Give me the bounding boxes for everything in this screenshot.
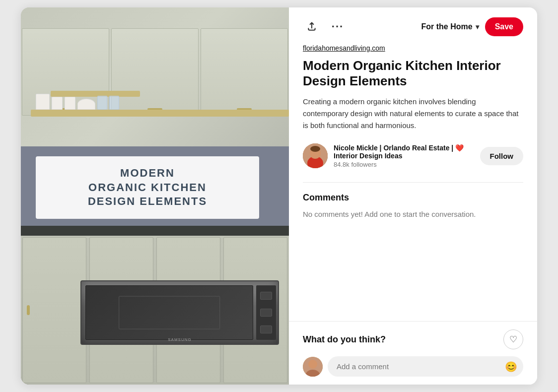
divider [303,182,523,183]
save-button[interactable]: Save [485,17,523,36]
board-name: For the Home [421,22,473,31]
commenter-avatar [303,357,323,377]
svg-point-6 [308,360,317,369]
author-info: Nicole Mickle | Orlando Real Estate | ❤️… [334,144,474,168]
comments-section: Comments No comments yet! Add one to sta… [303,193,523,218]
more-options-button[interactable]: ··· [329,18,347,36]
what-think-label: What do you think? [303,334,386,345]
cabinet-door [201,28,288,116]
author-row: Nicole Mickle | Orlando Real Estate | ❤️… [303,143,523,168]
counter [21,226,289,236]
microwave-panel [256,285,276,340]
share-icon [307,22,317,32]
toolbar-right: For the Home ▾ Save [421,17,524,36]
main-shelf [31,110,289,117]
lower-door [22,237,86,383]
comment-input[interactable] [328,356,523,377]
comment-section-bottom: What do you think? ♡ 😊 [289,321,537,385]
avatar-image [303,143,328,168]
heart-icon: ♡ [509,334,517,345]
title-overlay: MODERN ORGANIC KITCHEN DESIGN ELEMENTS [36,156,259,219]
board-selector[interactable]: For the Home ▾ [421,22,479,31]
plate-small [52,97,63,110]
emoji-icon: 😊 [505,361,517,372]
heart-button[interactable]: ♡ [503,329,523,349]
emoji-button[interactable]: 😊 [505,361,517,373]
comments-title: Comments [303,193,523,203]
glass [97,96,107,110]
microwave: SAMSUNG [80,280,279,345]
plate-small [65,97,75,110]
overlay-text: MODERN ORGANIC KITCHEN DESIGN ELEMENTS [48,166,247,209]
bowl [77,99,95,110]
commenter-avatar-svg [303,357,323,377]
author-name: Nicole Mickle | Orlando Real Estate | ❤️… [334,144,474,160]
toolbar: ··· For the Home ▾ Save [303,17,523,36]
glass [109,96,119,110]
source-link[interactable]: floridahomesandliving.com [303,44,523,52]
follow-button[interactable]: Follow [480,147,524,165]
comment-input-row: 😊 [303,356,523,377]
comment-input-wrapper: 😊 [328,356,523,377]
pin-title: Modern Organic Kitchen Interior Design E… [303,58,523,89]
info-top: ··· For the Home ▾ Save floridahomesandl… [289,7,537,321]
brand-text: SAMSUNG [168,337,191,342]
microwave-button [260,292,272,300]
pin-card: SAMSUNG MODERN ORGANIC KITCHEN DESIGN EL… [21,7,537,385]
avatar-svg [303,143,328,168]
no-comments-message: No comments yet! Add one to start the co… [303,210,523,218]
toolbar-left: ··· [303,18,347,36]
upper-cabinet-area [21,7,289,146]
microwave-button [260,309,272,317]
pin-description: Creating a modern organic kitchen involv… [303,96,523,131]
svg-point-4 [310,146,320,152]
image-panel: SAMSUNG MODERN ORGANIC KITCHEN DESIGN EL… [21,7,289,385]
author-avatar [303,143,328,168]
chevron-down-icon: ▾ [476,23,479,31]
microwave-door [85,285,253,340]
info-panel: ··· For the Home ▾ Save floridahomesandl… [289,7,537,385]
share-button[interactable] [303,18,321,36]
what-think-row: What do you think? ♡ [303,329,523,349]
shelf-items [36,94,119,110]
author-followers: 84.8k followers [334,161,474,168]
more-options-icon: ··· [332,20,344,33]
plate [36,94,50,110]
microwave-button [260,326,272,333]
cabinet-door [111,28,199,116]
